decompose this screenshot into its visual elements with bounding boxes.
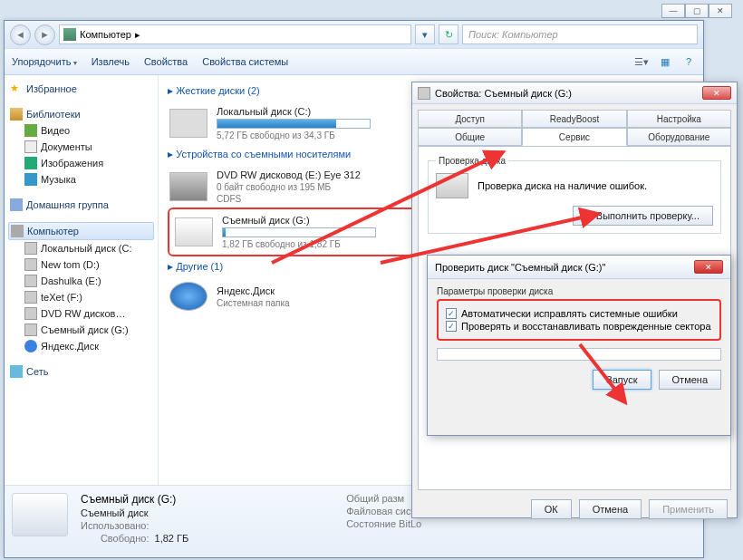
sidebar-item-dvd[interactable]: DVD RW дисков…: [8, 305, 154, 322]
view-icon[interactable]: ☰▾: [634, 54, 649, 69]
drive-sub: Системная папка: [217, 298, 290, 308]
usage-bar: [222, 227, 376, 237]
max-button[interactable]: ▢: [685, 4, 709, 18]
disk-icon: [24, 258, 37, 271]
drive-sub: 1,82 ГБ свободно из 1,82 ГБ: [222, 239, 376, 249]
sidebar-item-disk-g[interactable]: Съемный диск (G:): [8, 322, 154, 338]
removable-icon: [175, 217, 213, 246]
removable-large-icon: [12, 493, 68, 536]
sidebar-item-disk-f[interactable]: teXet (F:): [8, 289, 154, 305]
computer-icon: [11, 225, 24, 237]
homegroup-icon: [10, 198, 23, 211]
breadcrumb-sep: ▸: [135, 29, 140, 41]
properties-titlebar[interactable]: Свойства: Съемный диск (G:) ✕: [412, 82, 737, 104]
checkbox-fix-errors[interactable]: ✓ Автоматически исправлять системные оши…: [446, 308, 712, 319]
drive-title: DVD RW дисковод (E:) Eye 312: [217, 169, 361, 180]
sidebar-item-disk-d[interactable]: New tom (D:): [8, 256, 154, 273]
details-kv: Съемный диск: [81, 507, 150, 518]
star-icon: ★: [10, 82, 23, 95]
computer-icon: [63, 28, 76, 41]
sidebar-item-video[interactable]: Видео: [8, 122, 154, 139]
dvd-icon: [24, 307, 37, 320]
check-disk-group: Проверка диска Проверка диска на наличие…: [428, 156, 721, 234]
tab-hardware[interactable]: Оборудование: [627, 128, 731, 146]
check-disk-desc: Проверка диска на наличие ошибок.: [478, 180, 647, 191]
nav-back-button[interactable]: ◄: [10, 24, 31, 45]
sidebar-libraries[interactable]: Библиотеки: [8, 106, 154, 122]
history-button[interactable]: ▾: [415, 24, 435, 44]
ok-button[interactable]: ОК: [531, 499, 572, 519]
hdd-icon: [169, 109, 207, 138]
yandex-disk-icon: [169, 282, 207, 311]
disk-icon: [24, 242, 37, 255]
tab-customize[interactable]: Настройка: [627, 110, 731, 128]
progress-bar: [437, 348, 721, 361]
extract-button[interactable]: Извлечь: [92, 56, 130, 67]
check-disk-titlebar[interactable]: Проверить диск "Съемный диск (G:)" ✕: [428, 256, 730, 279]
tabs: Доступ ReadyBoost Настройка Общие Сервис…: [412, 104, 737, 146]
details-kv: Использовано:: [81, 520, 150, 531]
check-disk-dialog: Проверить диск "Съемный диск (G:)" ✕ Пар…: [427, 255, 731, 436]
cancel-button[interactable]: Отмена: [579, 499, 642, 519]
cancel-button[interactable]: Отмена: [659, 370, 721, 390]
close-button[interactable]: ✕: [709, 4, 732, 18]
sidebar-network[interactable]: Сеть: [8, 363, 154, 380]
close-button[interactable]: ✕: [694, 260, 723, 274]
checkbox-recover-sectors[interactable]: ✓ Проверять и восстанавливать поврежденн…: [446, 321, 712, 332]
sidebar-item-documents[interactable]: Документы: [8, 139, 154, 155]
tab-general[interactable]: Общие: [418, 128, 522, 146]
details-title: Съемный диск (G:): [81, 493, 188, 506]
toolbar: Упорядочить Извлечь Свойства Свойства си…: [5, 48, 703, 75]
system-properties-button[interactable]: Свойства системы: [202, 56, 288, 67]
preview-icon[interactable]: ▦: [658, 54, 672, 69]
sidebar-item-disk-c[interactable]: Локальный диск (C:: [8, 240, 154, 256]
breadcrumb-root[interactable]: Компьютер: [80, 29, 131, 40]
tab-tools[interactable]: Сервис: [522, 128, 626, 146]
checkbox-icon: ✓: [446, 321, 457, 332]
sidebar-favorites[interactable]: ★Избранное: [8, 81, 154, 97]
disk-icon: [24, 291, 37, 304]
drive-sub: 5,72 ГБ свободно из 34,3 ГБ: [217, 130, 371, 140]
address-box[interactable]: Компьютер ▸: [59, 24, 411, 44]
sidebar-item-images[interactable]: Изображения: [8, 155, 154, 171]
drive-title: Локальный диск (C:): [217, 106, 371, 117]
checkbox-icon: ✓: [446, 308, 457, 319]
dvd-icon: [169, 172, 207, 201]
address-bar: ◄ ► Компьютер ▸ ▾ ↻ Поиск: Компьютер: [5, 21, 703, 48]
drive-sub: 0 байт свободно из 195 МБ: [217, 182, 361, 192]
nav-fwd-button[interactable]: ►: [34, 24, 55, 45]
image-icon: [24, 157, 37, 169]
tab-readyboost[interactable]: ReadyBoost: [522, 110, 626, 128]
check-options-legend: Параметры проверки диска: [437, 286, 721, 296]
video-icon: [24, 124, 37, 137]
sidebar-homegroup[interactable]: Домашняя группа: [8, 197, 154, 213]
start-button[interactable]: Запуск: [593, 370, 651, 390]
usage-bar: [217, 119, 371, 129]
disk-icon: [24, 275, 37, 287]
disk-icon: [418, 87, 430, 100]
sidebar: ★Избранное Библиотеки Видео Документы Из…: [5, 75, 159, 485]
help-icon[interactable]: ?: [681, 54, 696, 69]
music-icon: [24, 173, 37, 186]
min-button[interactable]: —: [661, 4, 685, 18]
properties-button[interactable]: Свойства: [144, 56, 188, 67]
sidebar-computer[interactable]: Компьютер: [8, 222, 154, 240]
organize-menu[interactable]: Упорядочить: [12, 56, 77, 67]
run-check-button[interactable]: 🛡 Выполнить проверку...: [573, 206, 713, 226]
refresh-button[interactable]: ↻: [439, 24, 458, 44]
details-kv: 1,82 ГБ: [155, 533, 189, 544]
search-input[interactable]: Поиск: Компьютер: [462, 24, 698, 44]
sidebar-item-music[interactable]: Музыка: [8, 171, 154, 188]
check-options-highlight: ✓ Автоматически исправлять системные оши…: [437, 299, 721, 341]
tab-access[interactable]: Доступ: [418, 110, 522, 128]
drive-title: Съемный диск (G:): [222, 215, 376, 226]
library-icon: [10, 108, 23, 121]
sidebar-item-disk-e[interactable]: Dashulka (E:): [8, 273, 154, 289]
sidebar-item-yandex[interactable]: Яндекс.Диск: [8, 338, 154, 354]
disk-check-icon: [436, 173, 468, 198]
close-button[interactable]: ✕: [702, 86, 731, 100]
properties-title: Свойства: Съемный диск (G:): [435, 88, 572, 99]
apply-button[interactable]: Применить: [649, 499, 728, 519]
document-icon: [24, 140, 37, 153]
drive-fs: CDFS: [217, 194, 361, 204]
